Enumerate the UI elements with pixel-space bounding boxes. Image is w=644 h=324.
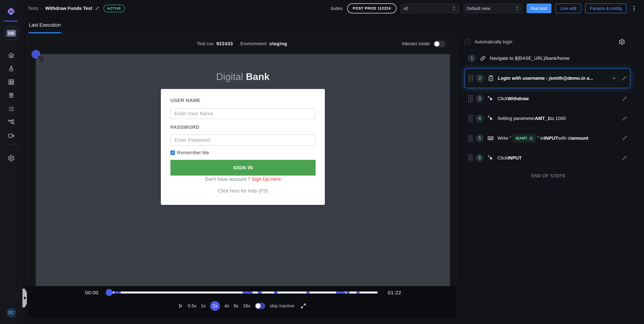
skip-inactive-toggle[interactable]	[255, 303, 265, 309]
test-run-label: Test run	[197, 41, 214, 46]
edit-title-icon[interactable]	[95, 6, 100, 11]
gear-icon	[8, 155, 15, 162]
test-run-id: 922433	[216, 41, 233, 46]
drag-handle-icon[interactable]	[468, 115, 473, 122]
step-row-3[interactable]: 3Click Withdraw	[464, 89, 630, 109]
sidebar-item-recordings[interactable]	[0, 129, 22, 142]
step-row-2[interactable]: 2Login with username : jsmith@demo.io a.…	[465, 69, 630, 88]
topbar: Tests › Withdraw Funds Test ACTIVE Suite…	[22, 0, 644, 17]
speed-4x-button[interactable]: 4x	[224, 304, 229, 309]
run-test-button[interactable]: Run test	[526, 3, 552, 13]
workspace-switcher[interactable]: DB	[4, 26, 18, 40]
suites-icon	[8, 92, 14, 99]
home-icon	[8, 52, 14, 59]
skip-inactive-label: skip inactive	[270, 304, 294, 309]
interact-mode: Interact mode	[402, 33, 446, 54]
drag-handle-icon[interactable]	[468, 154, 473, 162]
sidebar-item-settings[interactable]	[0, 151, 22, 165]
password-input[interactable]	[170, 135, 316, 146]
sidebar-nav	[0, 48, 22, 142]
step-number-badge: 5	[476, 134, 484, 142]
speed-8x-button[interactable]: 8x	[234, 304, 238, 309]
tab-last-execution[interactable]: Last Execution	[28, 17, 61, 33]
sidebar-item-table[interactable]	[0, 75, 22, 89]
drag-handle-icon[interactable]	[468, 74, 473, 82]
edit-step-icon[interactable]	[622, 136, 627, 141]
speed-16x-button[interactable]: 16x	[243, 304, 250, 309]
timeline-track[interactable]	[112, 292, 378, 294]
step-row-5[interactable]: 5Write " ${AMT_1} " in INPUT with id amo…	[464, 128, 630, 148]
suites-label: Suites	[330, 6, 342, 11]
remember-me-label: Remember Me	[177, 150, 209, 155]
step-row-4[interactable]: 4Setting parameter AMT_1 to 1000	[464, 109, 630, 128]
sidebar-expand-handle[interactable]	[22, 289, 27, 308]
interact-mode-toggle[interactable]	[433, 40, 446, 47]
view-select[interactable]: Default view	[464, 3, 522, 13]
edit-step-icon[interactable]	[622, 75, 627, 81]
page-title: Withdraw Funds Test	[45, 6, 92, 11]
activity-segment	[336, 292, 345, 294]
sidebar-item-suites[interactable]	[0, 89, 22, 102]
chevron-down-icon[interactable]	[611, 75, 617, 81]
breadcrumb-tests[interactable]: Tests	[28, 6, 38, 11]
suite-pill[interactable]: POST PROD 112224	[347, 3, 396, 13]
selected-step[interactable]: 2Login with username : jsmith@demo.io a.…	[464, 68, 630, 88]
sidebar-accent-divider	[4, 20, 18, 22]
interact-mode-label: Interact mode	[402, 41, 430, 46]
steps-settings-gear-icon[interactable]	[618, 38, 625, 45]
timeline-scrubber[interactable]	[106, 289, 113, 296]
cursor-icon	[487, 115, 494, 122]
kebab-menu-icon[interactable]	[632, 5, 636, 12]
step-text: Setting parameter AMT_1 to 1000	[498, 116, 622, 121]
step-number-badge: 3	[476, 95, 484, 103]
speed-2x-button[interactable]: 2x	[210, 301, 220, 311]
sign-in-button[interactable]: SIGN IN	[170, 160, 316, 176]
user-avatar[interactable]: DC	[6, 308, 16, 317]
clipboard-icon	[488, 75, 494, 81]
live-edit-button[interactable]: Live edit	[556, 3, 581, 13]
sign-up-link[interactable]: Sign Up Here	[252, 176, 281, 182]
toggle-knob	[256, 304, 260, 309]
sidebar-item-home[interactable]	[0, 48, 22, 62]
version-select[interactable]: v0	[400, 3, 460, 13]
flask-icon	[8, 65, 14, 72]
activity-segment	[356, 292, 360, 294]
edit-step-icon[interactable]	[622, 155, 627, 161]
environment-label: Environment	[240, 41, 267, 46]
sidebar-item-runs[interactable]	[0, 102, 22, 116]
step-row-1[interactable]: 1Navigate to ${BASE_URL}/bank/home	[464, 50, 630, 66]
edit-step-icon[interactable]	[622, 116, 627, 121]
steps-panel: Automatically login 1Navigate to ${BASE_…	[464, 33, 632, 178]
speed-1x-button[interactable]: 1x	[201, 304, 206, 309]
drag-handle-icon[interactable]	[468, 134, 473, 142]
sidebar: AI DB DC	[0, 0, 22, 324]
auto-login-checkbox[interactable]	[464, 39, 470, 45]
step-number-badge: 6	[476, 154, 484, 162]
app-logo-icon[interactable]: AI	[6, 7, 16, 16]
remember-me: ✓ Remember Me	[170, 150, 209, 155]
username-input[interactable]	[170, 108, 316, 119]
run-info: Test run 922433 Environment staging	[27, 33, 457, 54]
sidebar-item-flows[interactable]	[0, 116, 22, 129]
sidebar-item-tests[interactable]	[0, 62, 22, 75]
bank-title-bold: Bank	[246, 71, 270, 82]
cursor-icon	[487, 95, 494, 102]
duration-time: 01:22	[388, 290, 401, 296]
play-icon[interactable]	[178, 303, 183, 309]
replay-cursor-icon	[37, 54, 46, 63]
speed-0.5x-button[interactable]: 0.5x	[188, 304, 196, 309]
params-config-button[interactable]: Params & config	[585, 3, 626, 13]
help-link[interactable]: Click here for help (P3)	[161, 188, 325, 194]
step-row-6[interactable]: 6Click INPUT	[464, 148, 630, 168]
edit-step-icon[interactable]	[622, 96, 627, 101]
view-select-value: Default view	[467, 6, 490, 11]
remember-me-checkbox[interactable]: ✓	[170, 150, 175, 155]
grid-icon	[8, 79, 14, 85]
fullscreen-icon[interactable]	[300, 303, 306, 309]
step-text: Login with username : jsmith@demo.io a..…	[498, 75, 611, 81]
password-label: PASSWORD	[170, 124, 200, 130]
environment-value: staging	[269, 41, 287, 46]
drag-handle-icon[interactable]	[468, 95, 473, 102]
keyboard-icon	[487, 135, 494, 141]
replay-screenshot: Digital Bank USER NAME PASSWORD ✓ Rememb…	[36, 54, 450, 287]
